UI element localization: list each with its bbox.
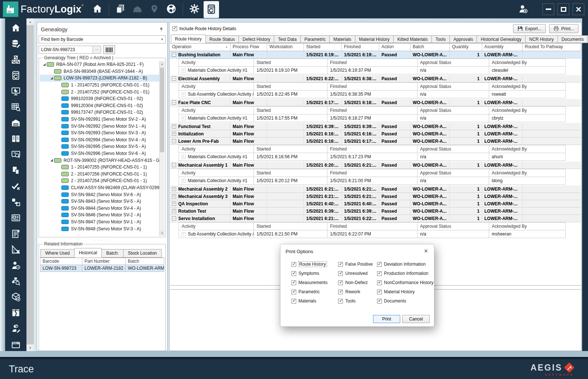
grid-col-quantity[interactable]: Quantity <box>450 43 482 51</box>
row-expand-toggle[interactable]: − <box>172 100 176 105</box>
activity-data-row[interactable]: +Sub Assembly Collection Activity #11/5/… <box>179 230 566 238</box>
checkbox-checked-icon[interactable]: ✓ <box>377 290 382 294</box>
route-operation-row[interactable]: +Mechanical Assembly 3Main Flow1/5/2021 … <box>170 193 581 200</box>
print-option-deviation-information[interactable]: ✓Deviation Information <box>377 262 434 267</box>
sidebar-item-documentation[interactable] <box>5 131 26 147</box>
checkbox-checked-icon[interactable]: ✓ <box>291 271 296 276</box>
print-option-materials[interactable]: ✓Materials <box>291 298 338 304</box>
tree-item[interactable]: 999120304 (INFORCE-CNS-01 - 02) <box>40 102 159 109</box>
activity-data-row[interactable]: +Materials Collection Activity #11/5/202… <box>179 153 566 160</box>
tree-item[interactable]: SV-SN-9842 (Servo Motor SV-6 - A) <box>40 191 159 198</box>
route-operation-row[interactable]: +Rotation TestMain Flow1/5/2021 6:39:...… <box>170 208 581 215</box>
row-expand-toggle[interactable]: − <box>172 163 176 167</box>
print-option-measurements[interactable]: ✓Measurements <box>291 280 338 285</box>
checkbox-checked-icon[interactable]: ✓ <box>377 280 382 285</box>
row-expand-toggle[interactable]: + <box>172 124 176 128</box>
activity-expand-toggle[interactable]: + <box>182 68 186 72</box>
tree-item[interactable]: 1 - 201407251 (INFORCE-CNS-01 - 01) <box>40 82 159 89</box>
tree-scroll-thumb[interactable] <box>160 68 164 152</box>
close-button[interactable]: × <box>573 3 584 15</box>
hardhat-button[interactable] <box>130 1 145 18</box>
tree-expand-toggle[interactable] <box>49 159 54 162</box>
grid-col-action[interactable]: Action <box>379 43 410 51</box>
route-operation-row[interactable]: −Face Plate CNCMain Flow1/5/2021 6:17:..… <box>170 99 581 106</box>
related-table-row[interactable]: LOW-SN-998723LOWER-ARM-2182 - BWO-LOWER-… <box>40 265 164 272</box>
route-operation-row[interactable]: +Functional TestMain Flow1/5/2021 6:39:.… <box>170 123 581 130</box>
sidebar-item-operator-time[interactable] <box>5 258 26 274</box>
row-expand-toggle[interactable]: + <box>172 202 176 206</box>
sidebar-item-trace-history[interactable] <box>5 68 26 84</box>
grid-col-finished[interactable]: Finished <box>342 43 379 51</box>
tree-item[interactable]: SV-SN-9848 (Servo Motor SV-3 - A) <box>40 225 159 232</box>
print-option-parametric[interactable]: ✓Parametric <box>291 289 338 294</box>
print-option-symptoms[interactable]: ✓Symptoms <box>291 271 338 276</box>
route-operation-row[interactable]: −Electrical AssemblyMain Flow1/5/2021 6:… <box>170 75 581 82</box>
tree-item[interactable]: LOW-SN-998723 (LOWER-ARM-2182 - B) <box>40 75 159 82</box>
row-expand-toggle[interactable]: − <box>172 216 176 220</box>
checkbox-checked-icon[interactable]: ✓ <box>291 290 296 294</box>
maximize-button[interactable] <box>557 3 569 15</box>
sidebar-item-package-route[interactable] <box>5 290 26 305</box>
sidebar-item-clipboard-remove[interactable] <box>5 226 26 242</box>
grid-col-started[interactable]: Started <box>304 43 342 51</box>
print-option-production-information[interactable]: ✓Production Information <box>377 271 434 276</box>
route-operation-row[interactable]: −Lower Arm Pre-FabMain Flow1/5/2021 6:16… <box>170 138 581 145</box>
minimize-button[interactable] <box>542 3 554 15</box>
checkbox-checked-icon[interactable]: ✓ <box>338 271 343 276</box>
tree-item[interactable]: 1 - 201407255 (INFORCE-CNS-01 - 1) <box>40 164 159 171</box>
tab-materials[interactable]: Materials <box>329 35 355 43</box>
tree-item[interactable]: SV-SN-092995 (Servo Motor SV-5 - A) <box>40 143 159 150</box>
browse-ellipsis-button[interactable]: ··· <box>93 46 101 54</box>
grid-col-assembly[interactable]: Assembly <box>482 43 523 51</box>
tree-item[interactable]: SV-SN-092996 (Servo Motor SV-6 - A) <box>40 150 159 157</box>
sidebar-item-app-window[interactable] <box>5 337 26 351</box>
row-expand-toggle[interactable]: − <box>172 139 176 143</box>
settings-gear-button[interactable] <box>187 1 202 18</box>
sidebar-item-table-search[interactable] <box>5 100 26 116</box>
tab-parametric[interactable]: Parametric <box>300 35 330 43</box>
sidebar-item-hierarchy-search[interactable] <box>5 274 26 290</box>
sidebar-item-monitor-search[interactable] <box>5 147 26 163</box>
print-option-non-defect[interactable]: ✓Non-Defect <box>338 280 377 285</box>
route-operation-row[interactable]: +QA InspectionMain Flow1/5/2021 6:40:...… <box>170 200 581 208</box>
tree-item[interactable]: RBA-SN-077 (Robot Arm RBA-825-2021 - F) <box>40 61 159 68</box>
checkbox-checked-icon[interactable]: ✓ <box>377 262 382 267</box>
trace-module-button[interactable] <box>204 1 219 18</box>
sidebar-item-material-transfer[interactable] <box>5 195 26 210</box>
activity-expand-toggle[interactable]: + <box>182 155 186 159</box>
activity-expand-toggle[interactable]: + <box>182 179 186 183</box>
activity-expand-toggle[interactable]: + <box>182 116 186 120</box>
grid-col-routed[interactable]: Routed To Pathway <box>523 43 581 51</box>
row-expand-toggle[interactable]: − <box>172 53 176 57</box>
tab-material-history[interactable]: Material History <box>355 35 394 43</box>
tree-item[interactable]: 999173747 (INFORCE-CNS-01 - 02) <box>40 109 159 116</box>
tree-scroll-down[interactable]: ▾ <box>159 230 165 236</box>
grid-col-operation[interactable]: Operation▲ <box>170 43 230 51</box>
barcode-input[interactable] <box>39 46 93 54</box>
checkbox-checked-icon[interactable]: ✓ <box>377 299 382 304</box>
sidebar-item-cancel-check[interactable] <box>5 179 26 195</box>
print-option-documents[interactable]: ✓Documents <box>377 298 434 304</box>
row-expand-toggle[interactable]: + <box>172 187 176 191</box>
related-tab-historical[interactable]: Historical <box>74 248 102 258</box>
tab-kitted-materials[interactable]: Kitted Materials <box>393 35 432 43</box>
tree-item[interactable]: SV-SN-092993 (Servo Motor SV-3 - A) <box>40 130 159 137</box>
tree-item[interactable]: SV-SN-092994 (Servo Motor SV-4 - A) <box>40 137 159 144</box>
tree-item[interactable]: 999102039 (INFORCE-CNS-01 - 02) <box>40 95 159 102</box>
activity-data-row[interactable]: +Sub Assembly Collection Activity #11/5/… <box>179 90 566 98</box>
checkbox-checked-icon[interactable]: ✓ <box>291 299 296 304</box>
checkbox-checked-icon[interactable]: ✓ <box>338 290 343 294</box>
globe-button[interactable] <box>164 1 179 18</box>
row-expand-toggle[interactable]: − <box>172 77 176 81</box>
print-option-rework[interactable]: ✓Rework <box>338 289 377 294</box>
tree-item[interactable]: ROT-SN-399002 (ROTARY-HEAD-ASSY-615 - G) <box>40 157 159 164</box>
tab-route-status[interactable]: Route Status <box>205 35 239 43</box>
tree-item[interactable]: BAS-SN-993049 (BASE-ASSY-1644 - A) <box>40 68 159 75</box>
dialog-cancel-button[interactable]: Cancel <box>402 315 430 323</box>
checkbox-checked-icon[interactable]: ✓ <box>338 280 343 285</box>
activity-data-row[interactable]: +Materials Collection Activity #11/5/202… <box>179 114 566 122</box>
export-button[interactable]: Export... <box>513 24 546 33</box>
sidebar-scroll-up[interactable]: ▴ <box>26 18 34 25</box>
tree-expand-toggle[interactable] <box>49 77 54 79</box>
tree-item[interactable]: SV-SN-092991 (Servo Motor SV-2 - A) <box>40 116 159 123</box>
